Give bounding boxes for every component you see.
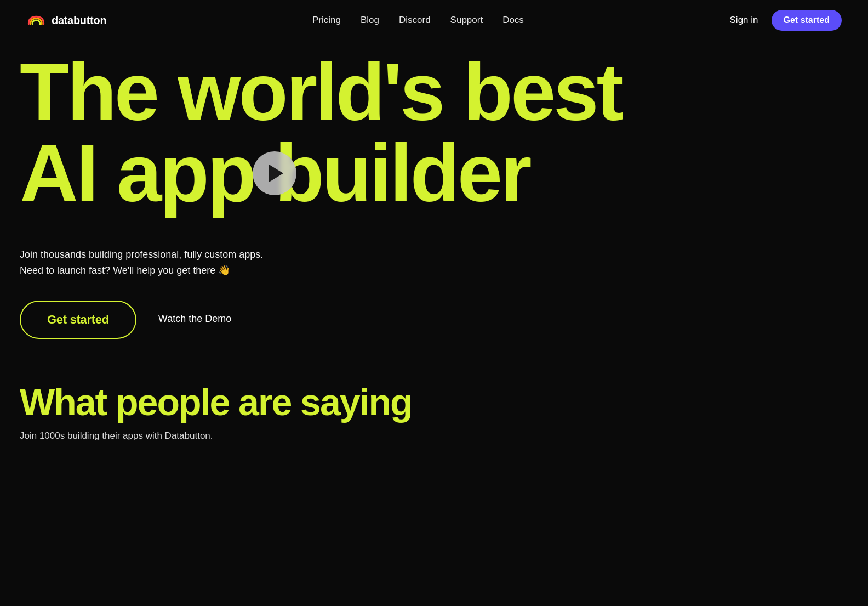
logo-icon xyxy=(26,14,46,27)
nav-get-started-button[interactable]: Get started xyxy=(772,10,842,31)
play-button[interactable] xyxy=(253,151,296,195)
nav-pricing[interactable]: Pricing xyxy=(312,15,341,25)
hero-cta-row: Get started Watch the Demo xyxy=(20,301,848,339)
hero-section: The world's best AI app builder Join tho… xyxy=(0,41,868,339)
hero-headline-line1: The world's best xyxy=(20,47,621,137)
watch-demo-link[interactable]: Watch the Demo xyxy=(158,313,231,326)
hero-subtitle: Join thousands building professional, fu… xyxy=(20,247,272,279)
nav-links: Pricing Blog Discord Support Docs xyxy=(312,15,524,26)
social-proof-heading: What people are saying xyxy=(20,383,848,422)
hero-headline-line2: AI app builder xyxy=(20,133,530,214)
social-proof-section: What people are saying Join 1000s buildi… xyxy=(0,339,868,441)
nav-discord[interactable]: Discord xyxy=(399,15,431,25)
navbar: databutton Pricing Blog Discord Support … xyxy=(0,0,868,41)
hero-get-started-button[interactable]: Get started xyxy=(20,301,136,339)
logo-link[interactable]: databutton xyxy=(26,14,106,27)
social-proof-subtext: Join 1000s building their apps with Data… xyxy=(20,431,848,441)
sign-in-link[interactable]: Sign in xyxy=(730,15,758,26)
nav-support[interactable]: Support xyxy=(450,15,483,25)
nav-blog[interactable]: Blog xyxy=(361,15,379,25)
video-play-overlay xyxy=(253,151,296,195)
play-icon xyxy=(269,165,283,182)
nav-actions: Sign in Get started xyxy=(730,10,842,31)
hero-headline: The world's best AI app builder xyxy=(0,52,868,214)
nav-docs[interactable]: Docs xyxy=(502,15,524,25)
hero-body: Join thousands building professional, fu… xyxy=(0,214,868,339)
logo-text: databutton xyxy=(52,14,106,27)
